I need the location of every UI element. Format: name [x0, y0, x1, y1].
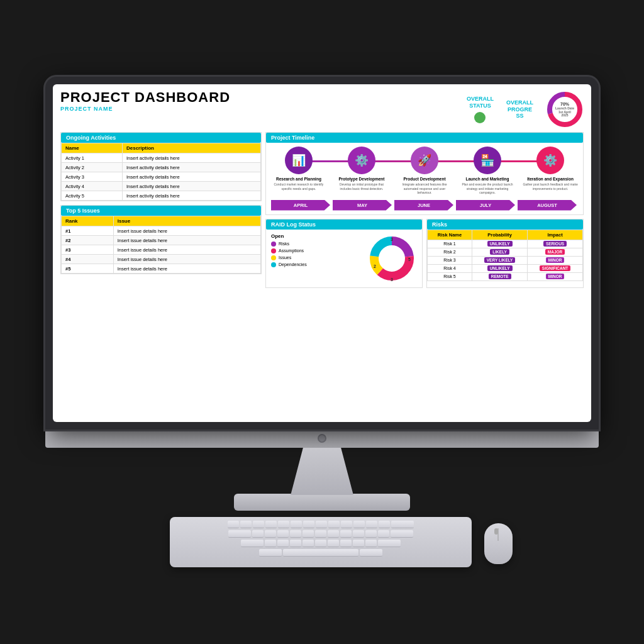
key: [328, 540, 339, 547]
monitor-screen: PROJECT DASHBOARD PROJECT NAME OVERALLST…: [53, 84, 591, 422]
key: [291, 521, 302, 528]
key: [277, 540, 289, 547]
issues-col-issue: Issue: [113, 216, 260, 226]
risk-name: Risk 3: [428, 256, 472, 264]
activity-row: Activity 5Insert activity details here: [62, 191, 261, 201]
risk-impact: SERIOUS: [528, 240, 583, 248]
raid-legend-item: Assumptions: [271, 248, 360, 253]
raid-legend-dot: [271, 248, 276, 253]
timeline-content: 📊 Research and Planning Conduct market r…: [266, 143, 583, 214]
issue-detail: Insert issue details here: [113, 264, 260, 274]
risk-row: Risk 4 UNLIKELY SIGNIFICANT: [428, 264, 583, 272]
main-content: Ongoing Activities Name Description Acti…: [60, 132, 584, 413]
issue-row: #4Insert issue details here: [62, 255, 261, 264]
key: [365, 530, 377, 538]
node-title-3: Launch and Marketing: [466, 177, 509, 181]
key: [353, 521, 365, 528]
raid-legend-item: Issues: [271, 255, 360, 260]
raid-legend-label: Assumptions: [279, 248, 304, 253]
month-june: JUNE: [394, 200, 453, 211]
risk-impact: SIGNIFICANT: [528, 264, 583, 272]
issues-header: Top 5 Issues: [61, 206, 261, 216]
timeline-node: 📊 Research and Planning Conduct market r…: [271, 147, 326, 195]
key: [365, 540, 377, 547]
key: [277, 530, 289, 538]
activity-desc: Insert activity details here: [122, 163, 260, 172]
risk-row: Risk 1 UNLIKELY SERIOUS: [428, 240, 583, 248]
key: [379, 521, 390, 528]
raid-legend-label: Risks: [279, 242, 289, 246]
activity-row: Activity 1Insert activity details here: [62, 153, 261, 163]
activity-desc: Insert activity details here: [122, 191, 260, 201]
monitor-wrapper: PROJECT DASHBOARD PROJECT NAME OVERALLST…: [39, 77, 605, 567]
activities-col-name: Name: [62, 143, 123, 153]
activity-name: Activity 1: [62, 153, 123, 163]
key: [328, 530, 339, 538]
svg-text:5: 5: [408, 257, 411, 262]
timeline-node: 🏪 Launch and Marketing Plan and execute …: [460, 147, 515, 195]
timeline-header: Project Timeline: [266, 133, 583, 143]
node-circle-4: ⚙️: [536, 147, 564, 174]
activity-name: Activity 5: [62, 191, 123, 201]
risk-name: Risk 5: [428, 272, 472, 280]
risk-row: Risk 5 REMOTE MINOR: [428, 272, 583, 280]
mouse: [484, 523, 513, 564]
svg-text:3: 3: [391, 237, 393, 242]
activity-row: Activity 2Insert activity details here: [62, 163, 261, 172]
month-july: JULY: [456, 200, 515, 211]
issue-row: #5Insert issue details here: [62, 264, 261, 274]
header-right: OVERALLSTATUS OVERALLPROGRESS: [467, 91, 584, 128]
risk-impact: MAJOR: [528, 248, 583, 256]
project-name: PROJECT NAME: [60, 106, 230, 112]
key: [265, 530, 276, 538]
raid-section: RAID Log Status Open RisksAssumptionsIss…: [265, 219, 423, 288]
key: [316, 521, 327, 528]
title-block: PROJECT DASHBOARD PROJECT NAME: [60, 91, 230, 112]
risk-name: Risk 2: [428, 248, 472, 256]
timeline-months: APRILMAYJUNEJULYAUGUST: [271, 200, 578, 211]
timeline-node: ⚙️ Prototype Development Develop an init…: [334, 147, 389, 195]
monitor-chin-circle: [318, 434, 326, 443]
left-panel: Ongoing Activities Name Description Acti…: [60, 132, 262, 413]
status-indicator: [474, 112, 486, 123]
key: [391, 521, 414, 528]
timeline-nodes: 📊 Research and Planning Conduct market r…: [271, 147, 578, 195]
raid-legend-label: Dependencies: [279, 262, 307, 267]
key: [240, 521, 252, 528]
risks-header: Risks: [427, 219, 583, 230]
key: [366, 521, 377, 528]
month-august: AUGUST: [518, 200, 577, 211]
risk-probability: LIKELY: [472, 248, 528, 256]
issue-rank: #5: [62, 264, 114, 274]
overall-status-label: OVERALLSTATUS: [467, 96, 494, 109]
raid-legend: Open RisksAssumptionsIssuesDependencies: [271, 233, 360, 269]
activity-desc: Insert activity details here: [122, 182, 260, 191]
activities-table: Name Description Activity 1Insert activi…: [61, 143, 261, 201]
issue-row: #2Insert issue details here: [62, 236, 261, 245]
key-row-2: [174, 530, 468, 538]
timeline-node: ⚙️ Iteration and Expansion Gather post l…: [523, 147, 578, 195]
node-desc-3: Plan and execute the product launch stra…: [460, 182, 515, 195]
key: [360, 549, 382, 557]
issues-col-rank: Rank: [62, 216, 114, 226]
progress-percent: 70% Launch Date1st April 2025: [555, 102, 574, 118]
overall-progress: OVERALLPROGRESS: [506, 99, 533, 119]
node-circle-0: 📊: [285, 147, 313, 174]
raid-legend-dot: [271, 262, 276, 267]
spacebar-key[interactable]: [283, 549, 358, 557]
activity-row: Activity 4Insert activity details here: [62, 182, 261, 191]
node-title-4: Iteration and Expansion: [527, 177, 574, 181]
issue-row: #1Insert issue details here: [62, 226, 261, 236]
monitor-chin: [45, 430, 599, 447]
node-desc-1: Develop an initial prototype that includ…: [334, 182, 389, 191]
raid-legend-label: Issues: [279, 255, 291, 260]
key-row-1: [174, 521, 468, 528]
risks-col-name: Risk Name: [428, 230, 472, 240]
issue-rank: #1: [62, 226, 114, 236]
key-row-3: [174, 540, 468, 547]
key: [328, 521, 340, 528]
issue-rank: #3: [62, 245, 114, 255]
activities-col-desc: Description: [122, 143, 260, 153]
node-desc-4: Gather post launch feedback and make imp…: [523, 182, 578, 191]
node-title-2: Product Development: [403, 177, 445, 181]
